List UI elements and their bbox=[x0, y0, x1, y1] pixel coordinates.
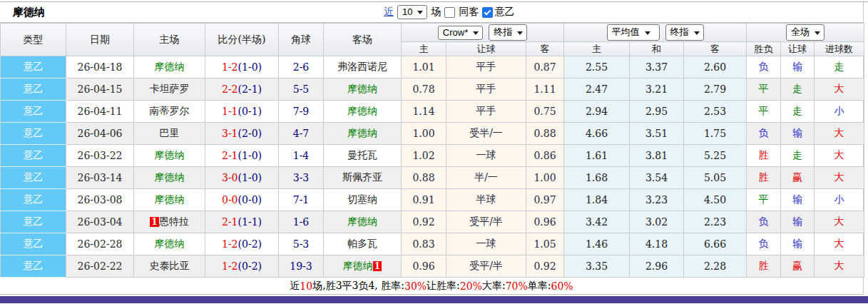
result-handicap-cell: 走 bbox=[781, 145, 815, 167]
result-handicap-cell: 输 bbox=[781, 56, 815, 78]
date-cell: 26-03-08 bbox=[66, 189, 134, 211]
home-team-name: 南蒂罗尔 bbox=[150, 105, 190, 116]
result-wdl-cell: 平 bbox=[747, 189, 781, 211]
result-wdl-cell: 平 bbox=[747, 101, 781, 123]
handicap-away-odds: 0.92 bbox=[526, 255, 564, 278]
handicap-away-odds: 0.96 bbox=[526, 211, 564, 233]
avg-away-odds: 6.66 bbox=[684, 233, 747, 255]
bottom-accent-bar bbox=[0, 296, 868, 303]
result-wdl-cell: 胜 bbox=[747, 145, 781, 167]
score-cell: 1-2(0-2) bbox=[205, 233, 279, 255]
avg-home-odds: 3.42 bbox=[564, 211, 630, 233]
sub-header-handicap-away: 客 bbox=[526, 42, 564, 56]
handicap-line: 受半/一 bbox=[446, 123, 526, 145]
scope-select[interactable]: 全场 bbox=[786, 24, 824, 41]
average-select[interactable]: 平均值 bbox=[607, 24, 660, 41]
col-header-corner: 角球 bbox=[279, 24, 324, 56]
date-cell: 26-03-22 bbox=[66, 145, 134, 167]
bookmaker-select[interactable]: Crow* bbox=[438, 26, 483, 40]
league-cell: 意乙 bbox=[1, 78, 66, 101]
table-row: 意乙 26-03-22 摩德纳 2-1(1-0) 1-4 曼托瓦 1.02 一球… bbox=[1, 145, 864, 167]
table-row: 意乙 26-04-15 卡坦萨罗 2-2(2-1) 5-5 摩德纳 0.78 平… bbox=[1, 78, 864, 101]
away-team-cell: 曼托瓦 bbox=[324, 145, 402, 167]
away-team-cell: 弗洛西诺尼 bbox=[324, 56, 402, 78]
handicap-home-odds: 0.83 bbox=[402, 233, 446, 255]
sub-header-result-goals: 进球数 bbox=[815, 42, 864, 56]
result-wdl-cell: 平 bbox=[747, 78, 781, 101]
date-cell: 26-02-22 bbox=[66, 255, 134, 278]
home-team-name: 恩特拉 bbox=[159, 216, 189, 227]
handicap-home-odds: 1.00 bbox=[402, 123, 446, 145]
recent-link[interactable]: 近 bbox=[384, 6, 394, 19]
corner-cell: 7-1 bbox=[279, 189, 324, 211]
corner-cell: 5-5 bbox=[279, 78, 324, 101]
recent-count-select[interactable]: 10 bbox=[397, 5, 427, 19]
summary-footer: 近10场,胜3平3负4, 胜率:30% 让胜率:20% 大率:70% 单率:60… bbox=[0, 278, 863, 295]
handicap-line: 半球 bbox=[446, 189, 526, 211]
col-header-home: 主场 bbox=[134, 24, 205, 56]
corner-cell: 1-6 bbox=[279, 211, 324, 233]
table-row: 意乙 26-02-22 史泰比亚 1-2(0-2) 19-3 摩德纳1 0.96… bbox=[1, 255, 864, 278]
table-row: 意乙 26-04-18 摩德纳 1-2(1-0) 2-6 弗洛西诺尼 1.01 … bbox=[1, 56, 864, 78]
league-cell: 意乙 bbox=[1, 145, 66, 167]
score-cell: 1-1(0-1) bbox=[205, 101, 279, 123]
handicap-home-odds: 0.88 bbox=[402, 167, 446, 189]
handicap-away-odds: 1.11 bbox=[526, 78, 564, 101]
away-team-name: 曼托瓦 bbox=[347, 149, 377, 161]
home-team-name: 巴里 bbox=[160, 127, 180, 138]
result-wdl-cell: 胜 bbox=[747, 255, 781, 278]
result-handicap-cell: 输 bbox=[781, 123, 815, 145]
sub-header-result-handicap: 让球 bbox=[781, 42, 815, 56]
team-title: 摩德纳 bbox=[13, 6, 45, 19]
league-cell: 意乙 bbox=[1, 233, 66, 255]
same-away-checkbox[interactable] bbox=[444, 7, 455, 18]
league-filter-checkbox[interactable] bbox=[482, 7, 493, 18]
date-cell: 26-04-06 bbox=[66, 123, 134, 145]
league-cell: 意乙 bbox=[1, 101, 66, 123]
away-team-name: 切塞纳 bbox=[347, 193, 377, 205]
handicap-line: 半/一 bbox=[446, 167, 526, 189]
score-cell: 2-2(2-1) bbox=[205, 78, 279, 101]
away-team-cell: 摩德纳1 bbox=[324, 255, 402, 278]
handicap-away-odds: 0.97 bbox=[526, 189, 564, 211]
home-team-cell: 史泰比亚 bbox=[134, 255, 205, 278]
avg-draw-odds: 3.54 bbox=[630, 167, 684, 189]
home-team-cell: 卡坦萨罗 bbox=[134, 78, 205, 101]
handicap-away-odds: 0.86 bbox=[526, 145, 564, 167]
home-team-cell: 1恩特拉 bbox=[134, 211, 205, 233]
col-header-type: 类型 bbox=[1, 24, 66, 56]
league-cell: 意乙 bbox=[1, 255, 66, 278]
table-row: 意乙 26-03-08 摩德纳 0-0(0-0) 7-1 切塞纳 0.91 半球… bbox=[1, 189, 864, 211]
avg-home-odds: 4.66 bbox=[564, 123, 630, 145]
bookmaker-stage-select[interactable]: 终指 bbox=[489, 24, 527, 41]
date-cell: 26-03-14 bbox=[66, 167, 134, 189]
league-cell: 意乙 bbox=[1, 56, 66, 78]
avg-away-odds: 4.50 bbox=[684, 189, 747, 211]
handicap-away-odds: 0.88 bbox=[526, 123, 564, 145]
average-stage-select[interactable]: 终指 bbox=[665, 24, 704, 41]
avg-draw-odds: 3.81 bbox=[630, 145, 684, 167]
avg-away-odds: 5.05 bbox=[684, 167, 747, 189]
avg-away-odds: 2.28 bbox=[684, 255, 747, 278]
handicap-away-odds: 1.00 bbox=[526, 167, 564, 189]
away-team-name: 斯佩齐亚 bbox=[342, 171, 382, 183]
corner-cell: 19-3 bbox=[279, 255, 324, 278]
stats-panel: 摩德纳 近 10 场 同客 意乙 类型 bbox=[0, 2, 864, 295]
avg-draw-odds: 3.51 bbox=[630, 123, 684, 145]
date-cell: 26-03-04 bbox=[66, 211, 134, 233]
red-card-badge: 1 bbox=[150, 217, 158, 227]
avg-away-odds: 2.79 bbox=[684, 78, 747, 101]
avg-home-odds: 3.35 bbox=[564, 255, 630, 278]
result-goals-cell: 走 bbox=[815, 56, 864, 78]
date-cell: 26-04-18 bbox=[66, 56, 134, 78]
filter-controls: 近 10 场 同客 意乙 bbox=[384, 2, 514, 22]
corner-cell: 5-3 bbox=[279, 233, 324, 255]
league-filter-label: 意乙 bbox=[494, 6, 514, 19]
avg-home-odds: 2.47 bbox=[564, 78, 630, 101]
away-team-cell: 帕多瓦 bbox=[324, 233, 402, 255]
away-team-cell: 斯佩齐亚 bbox=[324, 167, 402, 189]
home-team-name: 卡坦萨罗 bbox=[150, 83, 190, 94]
avg-away-odds: 2.53 bbox=[684, 101, 747, 123]
avg-home-odds: 1.46 bbox=[564, 233, 630, 255]
away-team-name: 帕多瓦 bbox=[347, 238, 377, 249]
